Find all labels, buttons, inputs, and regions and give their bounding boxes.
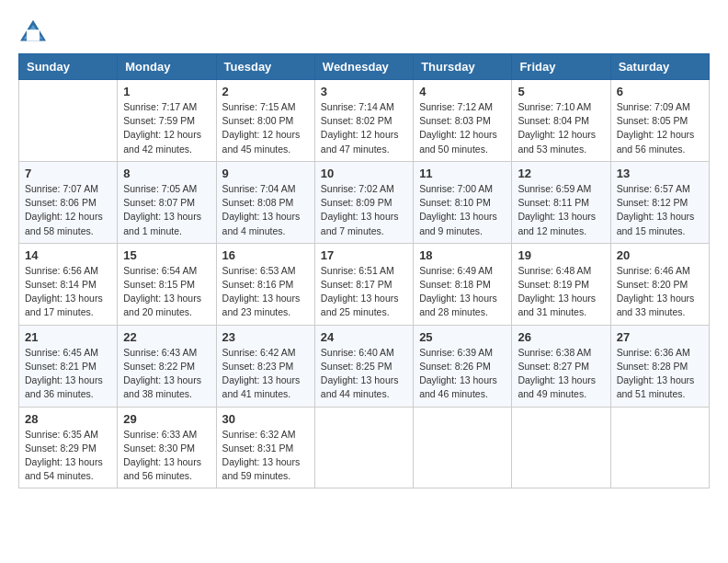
day-info: Sunrise: 7:09 AM Sunset: 8:05 PM Dayligh…	[617, 100, 703, 156]
calendar-header-saturday: Saturday	[610, 54, 709, 80]
calendar-cell: 25Sunrise: 6:39 AM Sunset: 8:26 PM Dayli…	[414, 325, 512, 407]
day-info: Sunrise: 7:00 AM Sunset: 8:10 PM Dayligh…	[419, 182, 506, 238]
calendar-header-row: SundayMondayTuesdayWednesdayThursdayFrid…	[19, 54, 710, 80]
calendar-cell: 13Sunrise: 6:57 AM Sunset: 8:12 PM Dayli…	[610, 161, 709, 243]
calendar-table: SundayMondayTuesdayWednesdayThursdayFrid…	[18, 53, 710, 488]
day-info: Sunrise: 6:32 AM Sunset: 8:31 PM Dayligh…	[222, 428, 309, 484]
calendar-cell: 21Sunrise: 6:45 AM Sunset: 8:21 PM Dayli…	[19, 325, 118, 407]
svg-rect-2	[27, 29, 40, 40]
calendar-cell: 10Sunrise: 7:02 AM Sunset: 8:09 PM Dayli…	[314, 161, 413, 243]
calendar-cell: 14Sunrise: 6:56 AM Sunset: 8:14 PM Dayli…	[19, 243, 118, 325]
calendar-cell: 4Sunrise: 7:12 AM Sunset: 8:03 PM Daylig…	[414, 80, 512, 162]
day-info: Sunrise: 6:35 AM Sunset: 8:29 PM Dayligh…	[25, 428, 111, 484]
day-info: Sunrise: 6:42 AM Sunset: 8:23 PM Dayligh…	[222, 346, 309, 402]
day-info: Sunrise: 7:07 AM Sunset: 8:06 PM Dayligh…	[25, 182, 111, 238]
calendar-week-row: 1Sunrise: 7:17 AM Sunset: 7:59 PM Daylig…	[19, 80, 710, 162]
day-number: 18	[419, 248, 506, 262]
day-info: Sunrise: 7:14 AM Sunset: 8:02 PM Dayligh…	[321, 100, 407, 156]
page-header	[18, 18, 710, 44]
calendar-cell: 28Sunrise: 6:35 AM Sunset: 8:29 PM Dayli…	[19, 407, 118, 488]
day-number: 29	[123, 412, 210, 426]
day-number: 19	[518, 248, 604, 262]
calendar-header-friday: Friday	[512, 54, 610, 80]
day-number: 26	[518, 330, 604, 344]
day-info: Sunrise: 7:05 AM Sunset: 8:07 PM Dayligh…	[123, 182, 210, 238]
day-number: 2	[222, 85, 309, 98]
calendar-cell	[414, 407, 512, 488]
day-number: 11	[419, 167, 506, 180]
calendar-week-row: 14Sunrise: 6:56 AM Sunset: 8:14 PM Dayli…	[19, 243, 710, 325]
calendar-cell: 19Sunrise: 6:48 AM Sunset: 8:19 PM Dayli…	[512, 243, 610, 325]
day-number: 4	[419, 85, 506, 98]
day-number: 3	[321, 85, 407, 98]
calendar-cell: 18Sunrise: 6:49 AM Sunset: 8:18 PM Dayli…	[414, 243, 512, 325]
calendar-cell: 15Sunrise: 6:54 AM Sunset: 8:15 PM Dayli…	[118, 243, 216, 325]
day-number: 13	[617, 167, 703, 180]
day-info: Sunrise: 6:49 AM Sunset: 8:18 PM Dayligh…	[419, 264, 506, 320]
calendar-cell: 29Sunrise: 6:33 AM Sunset: 8:30 PM Dayli…	[118, 407, 216, 488]
day-info: Sunrise: 7:12 AM Sunset: 8:03 PM Dayligh…	[419, 100, 506, 156]
day-info: Sunrise: 6:53 AM Sunset: 8:16 PM Dayligh…	[222, 264, 309, 320]
day-info: Sunrise: 6:43 AM Sunset: 8:22 PM Dayligh…	[123, 346, 210, 402]
day-info: Sunrise: 6:45 AM Sunset: 8:21 PM Dayligh…	[25, 346, 111, 402]
day-info: Sunrise: 6:56 AM Sunset: 8:14 PM Dayligh…	[25, 264, 111, 320]
calendar-header-monday: Monday	[118, 54, 216, 80]
calendar-cell: 17Sunrise: 6:51 AM Sunset: 8:17 PM Dayli…	[314, 243, 413, 325]
calendar-cell	[512, 407, 610, 488]
day-info: Sunrise: 6:59 AM Sunset: 8:11 PM Dayligh…	[518, 182, 604, 238]
calendar-week-row: 7Sunrise: 7:07 AM Sunset: 8:06 PM Daylig…	[19, 161, 710, 243]
day-number: 25	[419, 330, 506, 344]
calendar-cell: 22Sunrise: 6:43 AM Sunset: 8:22 PM Dayli…	[118, 325, 216, 407]
day-number: 10	[321, 167, 407, 180]
day-number: 30	[222, 412, 309, 426]
calendar-header-wednesday: Wednesday	[314, 54, 413, 80]
day-number: 1	[123, 85, 210, 98]
calendar-cell: 26Sunrise: 6:38 AM Sunset: 8:27 PM Dayli…	[512, 325, 610, 407]
day-number: 23	[222, 330, 309, 344]
calendar-cell	[610, 407, 709, 488]
day-number: 22	[123, 330, 210, 344]
day-info: Sunrise: 7:15 AM Sunset: 8:00 PM Dayligh…	[222, 100, 309, 156]
day-number: 15	[123, 248, 210, 262]
calendar-cell: 23Sunrise: 6:42 AM Sunset: 8:23 PM Dayli…	[216, 325, 314, 407]
calendar-header-sunday: Sunday	[19, 54, 118, 80]
day-info: Sunrise: 6:48 AM Sunset: 8:19 PM Dayligh…	[518, 264, 604, 320]
calendar-header-thursday: Thursday	[414, 54, 512, 80]
calendar-cell: 16Sunrise: 6:53 AM Sunset: 8:16 PM Dayli…	[216, 243, 314, 325]
calendar-cell: 11Sunrise: 7:00 AM Sunset: 8:10 PM Dayli…	[414, 161, 512, 243]
day-number: 17	[321, 248, 407, 262]
day-info: Sunrise: 6:33 AM Sunset: 8:30 PM Dayligh…	[123, 428, 210, 484]
day-info: Sunrise: 6:40 AM Sunset: 8:25 PM Dayligh…	[321, 346, 407, 402]
calendar-cell: 1Sunrise: 7:17 AM Sunset: 7:59 PM Daylig…	[118, 80, 216, 162]
day-info: Sunrise: 6:54 AM Sunset: 8:15 PM Dayligh…	[123, 264, 210, 320]
calendar-cell: 2Sunrise: 7:15 AM Sunset: 8:00 PM Daylig…	[216, 80, 314, 162]
calendar-cell: 9Sunrise: 7:04 AM Sunset: 8:08 PM Daylig…	[216, 161, 314, 243]
day-info: Sunrise: 7:02 AM Sunset: 8:09 PM Dayligh…	[321, 182, 407, 238]
day-number: 6	[617, 85, 703, 98]
day-number: 12	[518, 167, 604, 180]
calendar-week-row: 28Sunrise: 6:35 AM Sunset: 8:29 PM Dayli…	[19, 407, 710, 488]
calendar-cell: 8Sunrise: 7:05 AM Sunset: 8:07 PM Daylig…	[118, 161, 216, 243]
calendar-cell	[314, 407, 413, 488]
day-info: Sunrise: 6:46 AM Sunset: 8:20 PM Dayligh…	[617, 264, 703, 320]
day-number: 14	[25, 248, 111, 262]
calendar-cell	[19, 80, 118, 162]
calendar-cell: 5Sunrise: 7:10 AM Sunset: 8:04 PM Daylig…	[512, 80, 610, 162]
day-info: Sunrise: 7:17 AM Sunset: 7:59 PM Dayligh…	[123, 100, 210, 156]
calendar-cell: 24Sunrise: 6:40 AM Sunset: 8:25 PM Dayli…	[314, 325, 413, 407]
day-number: 24	[321, 330, 407, 344]
day-info: Sunrise: 6:51 AM Sunset: 8:17 PM Dayligh…	[321, 264, 407, 320]
day-number: 21	[25, 330, 111, 344]
day-number: 28	[25, 412, 111, 426]
calendar-cell: 27Sunrise: 6:36 AM Sunset: 8:28 PM Dayli…	[610, 325, 709, 407]
day-number: 8	[123, 167, 210, 180]
day-number: 5	[518, 85, 604, 98]
day-number: 27	[617, 330, 703, 344]
day-info: Sunrise: 6:38 AM Sunset: 8:27 PM Dayligh…	[518, 346, 604, 402]
calendar-cell: 30Sunrise: 6:32 AM Sunset: 8:31 PM Dayli…	[216, 407, 314, 488]
day-info: Sunrise: 6:57 AM Sunset: 8:12 PM Dayligh…	[617, 182, 703, 238]
day-info: Sunrise: 6:39 AM Sunset: 8:26 PM Dayligh…	[419, 346, 506, 402]
day-info: Sunrise: 7:10 AM Sunset: 8:04 PM Dayligh…	[518, 100, 604, 156]
day-number: 9	[222, 167, 309, 180]
calendar-cell: 12Sunrise: 6:59 AM Sunset: 8:11 PM Dayli…	[512, 161, 610, 243]
